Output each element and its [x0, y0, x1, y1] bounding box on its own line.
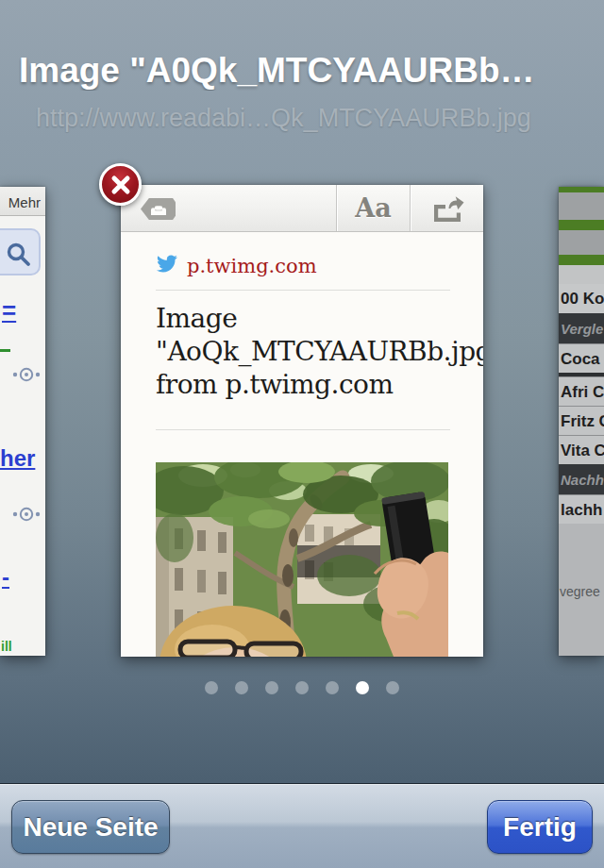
page-title: Image "A0Qk_MTCYAAURBb… [19, 51, 596, 91]
page-dot[interactable] [205, 681, 218, 694]
footer-text-fragment: vegree [559, 582, 604, 605]
reader-heading: Image "AoQk_MTCYAAURBb.jpg from p.twimg.… [156, 302, 483, 401]
bottom-toolbar: Neue Seite Fertig [0, 783, 604, 868]
divider [156, 429, 450, 430]
magnifier-dots-icon [12, 366, 41, 387]
selfie-photo [156, 462, 448, 657]
page-gap [559, 524, 604, 582]
more-tab-label: Mehr [0, 187, 45, 216]
tab-card-left[interactable]: Mehr = her - ill [0, 187, 45, 656]
new-page-button[interactable]: Neue Seite [11, 800, 170, 854]
page-stripe [559, 192, 604, 220]
font-size-button: Aa [337, 185, 410, 231]
page-stripe [559, 265, 604, 284]
link-fragment-cher: her [0, 445, 35, 472]
safari-tab-switcher: Image "A0Qk_MTCYAAURBb… http://www.reada… [0, 0, 604, 868]
reader-toolbar: Aa [121, 185, 483, 232]
share-arrow-icon [430, 195, 464, 222]
x-icon [110, 175, 131, 195]
page-stripe [559, 220, 604, 230]
page-dot[interactable] [326, 681, 339, 694]
page-dot[interactable] [356, 681, 369, 694]
twitter-bird-icon [156, 255, 178, 277]
link-fragment-equals: = [2, 296, 16, 326]
tab-card-right[interactable]: 00 Ko Vergle Coca C Afri Co Fritz C Vita… [559, 187, 604, 656]
table-cell: Vita Co [559, 435, 604, 464]
page-dot[interactable] [235, 681, 248, 694]
table-cell: Coca C [559, 343, 604, 373]
page-stripe [559, 255, 604, 265]
share-icon-button [411, 185, 483, 231]
page-dot[interactable] [295, 681, 309, 694]
table-section-header: Vergle [559, 313, 604, 343]
link-fragment-dash: - [2, 564, 9, 591]
page-dot[interactable] [265, 681, 278, 694]
site-link: p.twimg.com [187, 255, 317, 277]
green-url-fragment [0, 349, 10, 352]
table-cell: Fritz C [559, 406, 604, 435]
page-dot[interactable] [386, 681, 399, 694]
table-cell: 00 Ko [559, 284, 604, 313]
green-url-text: ill [1, 639, 12, 654]
page-dots [0, 681, 604, 694]
reader-armchair-icon [141, 198, 176, 220]
page-stripe [559, 230, 604, 255]
search-button-preview [0, 228, 41, 275]
close-tab-button[interactable] [99, 163, 142, 206]
page-url: http://www.readabi…Qk_MTCYAAURBb.jpg [36, 104, 596, 133]
table-cell: Afri Co [559, 376, 604, 406]
toolbar-spacer [176, 185, 336, 231]
table-section-header: Nachh [559, 464, 604, 494]
divider [156, 290, 450, 291]
site-row: p.twimg.com [156, 255, 317, 277]
table-cell: lachh [559, 494, 604, 524]
tab-card-center[interactable]: Aa p.twimg.com Image "AoQk_MTCYAAURBb.jp… [121, 185, 483, 657]
magnifier-dots-icon [12, 506, 41, 526]
done-button[interactable]: Fertig [487, 800, 593, 854]
